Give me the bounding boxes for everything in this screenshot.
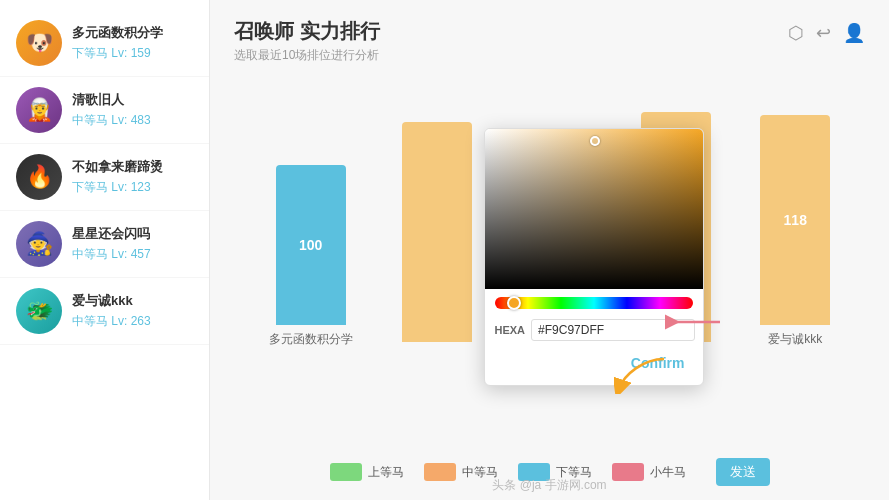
main-content: 召唤师 实力排行 选取最近10场排位进行分析 ⬡ ↩ 👤 100多元函数积分学1… — [210, 0, 889, 500]
bar-group-1 — [402, 122, 472, 348]
sidebar-name-5: 爱与诚kkk — [72, 292, 151, 310]
back-icon[interactable]: ↩ — [816, 22, 831, 44]
avatar-4: 🧙 — [16, 221, 62, 267]
arrow-orange-annotation — [614, 354, 674, 394]
bar-label-0: 多元函数积分学 — [269, 331, 353, 348]
page-subtitle: 选取最近10场排位进行分析 — [234, 47, 380, 64]
legend-label-0: 上等马 — [368, 464, 404, 481]
sidebar-item-4[interactable]: 🧙 星星还会闪吗 中等马 Lv: 457 — [0, 211, 209, 278]
hue-thumb[interactable] — [507, 296, 521, 310]
sidebar-info-1: 多元函数积分学 下等马 Lv: 159 — [72, 24, 163, 62]
sidebar-info-3: 不如拿来磨蹄烫 下等马 Lv: 123 — [72, 158, 163, 196]
title-area: 召唤师 实力排行 选取最近10场排位进行分析 — [234, 18, 380, 64]
user-icon[interactable]: 👤 — [843, 22, 865, 44]
chart-area: 100多元函数积分学118爱与诚kkk HEXA Confirm — [234, 68, 865, 448]
sidebar-rank-2: 中等马 Lv: 483 — [72, 112, 151, 129]
sidebar-info-4: 星星还会闪吗 中等马 Lv: 457 — [72, 225, 151, 263]
sidebar: 🐶 多元函数积分学 下等马 Lv: 159 🧝 清歌旧人 中等马 Lv: 483… — [0, 0, 210, 500]
avatar-2: 🧝 — [16, 87, 62, 133]
page-header: 召唤师 实力排行 选取最近10场排位进行分析 ⬡ ↩ 👤 — [234, 18, 865, 64]
sidebar-item-5[interactable]: 🐲 爱与诚kkk 中等马 Lv: 263 — [0, 278, 209, 345]
resize-icon[interactable]: ⬡ — [788, 22, 804, 44]
sidebar-name-3: 不如拿来磨蹄烫 — [72, 158, 163, 176]
sidebar-item-2[interactable]: 🧝 清歌旧人 中等马 Lv: 483 — [0, 77, 209, 144]
bar-0[interactable]: 100 — [276, 165, 346, 325]
hue-slider[interactable] — [495, 297, 693, 309]
page-title: 召唤师 实力排行 — [234, 18, 380, 45]
legend-color-1 — [424, 463, 456, 481]
avatar-5: 🐲 — [16, 288, 62, 334]
bar-1[interactable] — [402, 122, 472, 342]
sidebar-name-2: 清歌旧人 — [72, 91, 151, 109]
sidebar-info-5: 爱与诚kkk 中等马 Lv: 263 — [72, 292, 151, 330]
sidebar-name-4: 星星还会闪吗 — [72, 225, 151, 243]
sidebar-name-1: 多元函数积分学 — [72, 24, 163, 42]
avatar-3: 🔥 — [16, 154, 62, 200]
bar-group-0: 100多元函数积分学 — [269, 165, 353, 348]
legend-item-0: 上等马 — [330, 463, 404, 481]
sidebar-item-1[interactable]: 🐶 多元函数积分学 下等马 Lv: 159 — [0, 10, 209, 77]
gradient-background — [485, 129, 704, 289]
sidebar-rank-4: 中等马 Lv: 457 — [72, 246, 151, 263]
sidebar-rank-1: 下等马 Lv: 159 — [72, 45, 163, 62]
watermark: 头条 @ja 手游网.com — [492, 477, 606, 494]
arrow-pink-annotation — [665, 302, 725, 342]
bar-label-4: 爱与诚kkk — [768, 331, 822, 348]
legend-color-3 — [612, 463, 644, 481]
color-gradient-box[interactable] — [485, 129, 704, 289]
legend-item-1: 中等马 — [424, 463, 498, 481]
sidebar-rank-3: 下等马 Lv: 123 — [72, 179, 163, 196]
sidebar-rank-5: 中等马 Lv: 263 — [72, 313, 151, 330]
color-cursor[interactable] — [590, 136, 600, 146]
legend-color-0 — [330, 463, 362, 481]
sidebar-item-3[interactable]: 🔥 不如拿来磨蹄烫 下等马 Lv: 123 — [0, 144, 209, 211]
legend-label-3: 小牛马 — [650, 464, 686, 481]
color-picker-popup: HEXA Confirm — [484, 128, 704, 386]
legend-item-3: 小牛马 — [612, 463, 686, 481]
header-icons: ⬡ ↩ 👤 — [788, 22, 865, 44]
send-button[interactable]: 发送 — [716, 458, 770, 486]
hexa-label: HEXA — [495, 324, 526, 336]
bar-4[interactable]: 118 — [760, 115, 830, 325]
sidebar-info-2: 清歌旧人 中等马 Lv: 483 — [72, 91, 151, 129]
avatar-1: 🐶 — [16, 20, 62, 66]
bar-group-4: 118爱与诚kkk — [760, 115, 830, 348]
